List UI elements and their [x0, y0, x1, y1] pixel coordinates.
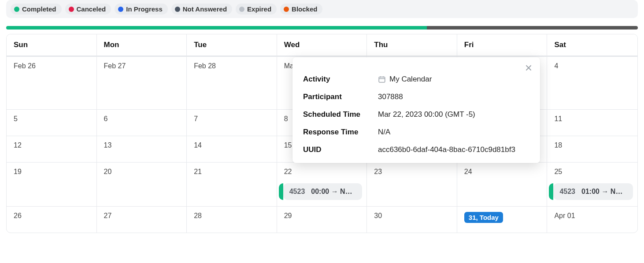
status-chip-canceled[interactable]: Canceled: [65, 4, 111, 15]
day-header-sat: Sat: [547, 34, 637, 56]
day-header-sun: Sun: [7, 34, 97, 56]
popover-value-scheduled-time: Mar 22, 2023 00:00 (GMT -5): [378, 110, 529, 119]
calendar-event[interactable]: 4523 01:00 → N…: [549, 183, 633, 200]
event-body: 4523 00:00 → N…: [283, 183, 363, 200]
popover-label-participant: Participant: [303, 93, 374, 101]
calendar-cell[interactable]: 13: [97, 136, 187, 162]
day-header-fri: Fri: [457, 34, 548, 56]
calendar-cell[interactable]: 12: [7, 136, 97, 162]
progress-segment-not-answered: [427, 26, 638, 30]
popover-value-participant: 307888: [378, 93, 529, 101]
status-dot: [284, 7, 289, 12]
calendar-cell[interactable]: 25 4523 01:00 → N…: [547, 162, 637, 206]
calendar-cell[interactable]: 28: [187, 206, 277, 233]
popover-label-uuid: UUID: [303, 145, 374, 154]
status-dot: [69, 7, 74, 12]
calendar-row: 19 20 21 22 4523 00:00 → N… 23 24 25: [7, 162, 637, 206]
day-header-wed: Wed: [277, 34, 367, 56]
calendar-cell[interactable]: 22 4523 00:00 → N…: [277, 162, 367, 206]
event-body: 4523 01:00 → N…: [553, 183, 633, 200]
status-label: In Progress: [126, 5, 163, 13]
popover-label-response-time: Response Time: [303, 128, 374, 137]
calendar-cell[interactable]: Feb 26: [7, 56, 97, 109]
calendar-cell[interactable]: 11: [547, 109, 637, 136]
calendar-cell[interactable]: 7: [187, 109, 277, 136]
calendar-cell[interactable]: 26: [7, 206, 97, 233]
status-chip-blocked[interactable]: Blocked: [280, 4, 322, 15]
popover-value-activity: My Calendar: [378, 75, 529, 84]
status-dot: [14, 7, 19, 12]
calendar-cell[interactable]: 31, Today: [457, 206, 548, 233]
day-header-mon: Mon: [97, 34, 187, 56]
calendar-cell[interactable]: 6: [97, 109, 187, 136]
calendar-cell[interactable]: 20: [97, 162, 187, 206]
calendar-cell[interactable]: 21: [187, 162, 277, 206]
status-chip-completed[interactable]: Completed: [11, 4, 62, 15]
popover-activity-text: My Calendar: [389, 75, 432, 84]
calendar-cell[interactable]: Feb 28: [187, 56, 277, 109]
svg-rect-2: [379, 77, 385, 82]
status-label: Canceled: [77, 5, 106, 13]
status-chip-not-answered[interactable]: Not Answered: [171, 4, 232, 15]
calendar-cell[interactable]: 29: [277, 206, 367, 233]
calendar-cell[interactable]: Apr 01: [547, 206, 637, 233]
calendar-header-row: Sun Mon Tue Wed Thu Fri Sat: [7, 34, 637, 56]
status-label: Not Answered: [183, 5, 227, 13]
calendar-cell[interactable]: Feb 27: [97, 56, 187, 109]
status-chip-in-progress[interactable]: In Progress: [115, 4, 168, 15]
calendar-date: 22: [284, 168, 292, 175]
calendar-cell[interactable]: 14: [187, 136, 277, 162]
calendar-date: 25: [554, 168, 562, 175]
status-chip-expired[interactable]: Expired: [236, 4, 277, 15]
status-label: Blocked: [292, 5, 317, 13]
popover-value-response-time: N/A: [378, 128, 529, 137]
event-status-accent: [549, 183, 553, 200]
status-dot: [118, 7, 123, 12]
calendar-cell[interactable]: 18: [547, 136, 637, 162]
progress-segment-completed: [6, 26, 427, 30]
popover-label-scheduled-time: Scheduled Time: [303, 110, 374, 119]
event-code: 4523: [289, 188, 305, 196]
day-header-tue: Tue: [187, 34, 277, 56]
event-details-popover: Activity My Calendar Participant 307888 …: [292, 57, 540, 163]
calendar-cell[interactable]: 24: [457, 162, 548, 206]
event-code: 4523: [559, 188, 575, 196]
popover-details: Activity My Calendar Participant 307888 …: [303, 75, 529, 154]
status-dot: [175, 7, 180, 12]
popover-value-uuid: acc636b0-6daf-404a-8bac-6710c9d81bf3: [378, 145, 529, 154]
calendar-row: 26 27 28 29 30 31, Today Apr 01: [7, 206, 637, 233]
calendar-cell[interactable]: 5: [7, 109, 97, 136]
today-badge: 31, Today: [464, 212, 503, 223]
event-time: 01:00 → N…: [581, 188, 622, 196]
calendar-cell[interactable]: 27: [97, 206, 187, 233]
status-dot: [239, 7, 244, 12]
event-time: 00:00 → N…: [311, 188, 352, 196]
progress-bar: [6, 26, 638, 30]
calendar-cell[interactable]: 4: [547, 56, 637, 109]
status-legend: Completed Canceled In Progress Not Answe…: [6, 0, 638, 18]
calendar-cell[interactable]: 19: [7, 162, 97, 206]
status-label: Expired: [247, 5, 271, 13]
calendar-event[interactable]: 4523 00:00 → N…: [279, 183, 363, 200]
calendar-cell[interactable]: 23: [367, 162, 457, 206]
popover-label-activity: Activity: [303, 75, 374, 84]
day-header-thu: Thu: [367, 34, 457, 56]
calendar-view: Completed Canceled In Progress Not Answe…: [0, 0, 644, 263]
status-label: Completed: [22, 5, 56, 13]
close-icon[interactable]: [523, 63, 534, 73]
event-status-accent: [279, 183, 283, 200]
calendar-cell[interactable]: 30: [367, 206, 457, 233]
calendar-icon: [378, 75, 386, 83]
